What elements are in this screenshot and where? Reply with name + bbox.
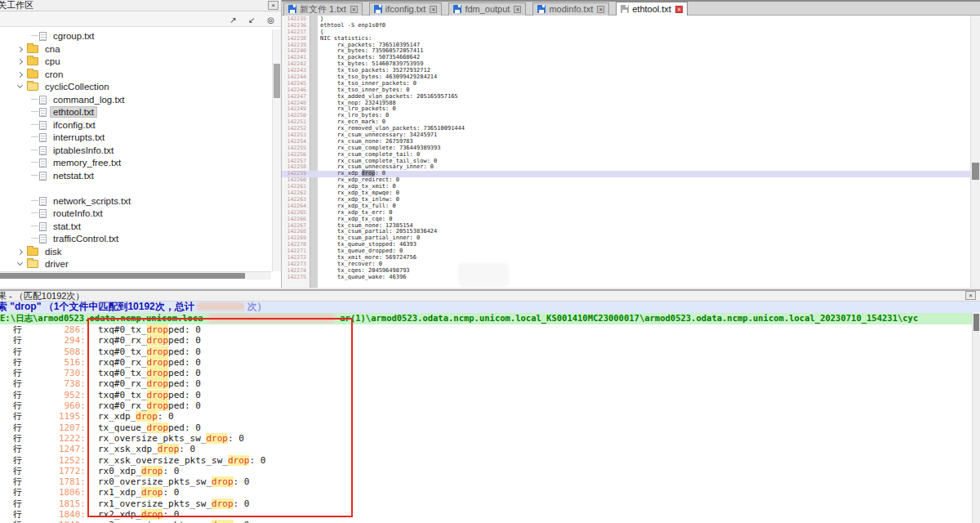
line-text: rx_csum_complete_tail_slow: 0 [320, 158, 437, 164]
result-row[interactable]: 行1252:rx_xsk_oversize_pkts_sw_drop: 0 [0, 455, 972, 466]
tree-item-cpu[interactable]: cpu [0, 56, 271, 69]
tab-ifconfig-txt[interactable]: ifconfig.txt× [369, 2, 443, 16]
save-floppy-icon [374, 5, 382, 13]
tree-item-netstat-txt[interactable]: netstat.txt [0, 170, 271, 183]
editor-line: 142272 tx_xmit_more: 569724756 [282, 255, 970, 262]
tree-item-ethtool-txt[interactable]: ethtool.txt [0, 106, 271, 119]
tab-modinfo-txt[interactable]: modinfo.txt× [532, 2, 609, 16]
match-highlight: drop [141, 509, 163, 520]
workspace-close-icon[interactable]: × [268, 1, 278, 10]
result-row-text: tx_queue_dropped: 0 [98, 422, 201, 433]
tab-close-icon[interactable]: × [675, 6, 683, 13]
tab-close-icon[interactable]: × [350, 6, 358, 13]
result-row[interactable]: 行508:txq#0_tx_dropped: 0 [0, 346, 972, 357]
collapse-all-icon[interactable]: ↙ [245, 14, 259, 26]
result-row-line-label: 行 [13, 368, 22, 378]
tree-item-interrupts-txt[interactable]: interrupts.txt [0, 132, 271, 145]
redaction-blur [458, 263, 509, 287]
tree-item-ifconfig-txt[interactable]: ifconfig.txt [0, 119, 271, 132]
results-vertical-scrollbar[interactable] [972, 312, 980, 523]
result-row-line-label: 行 [13, 390, 22, 400]
file-icon [39, 172, 47, 181]
chevron-right-icon[interactable] [17, 71, 23, 77]
tree-item-cyclicCollection[interactable]: cyclicCollection [0, 81, 271, 94]
result-row[interactable]: 行960:rxq#0_rx_dropped: 0 [0, 400, 972, 411]
tree-connector-line [31, 212, 38, 213]
result-row[interactable]: 行1840:rx2_xdp_drop: 0 [0, 509, 972, 520]
line-text: rx_xdp_redirect: 0 [320, 177, 399, 183]
result-row[interactable]: 行738:rxq#0_rx_dropped: 0 [0, 378, 972, 389]
result-row[interactable]: 行1222:rx_oversize_pkts_sw_drop: 0 [0, 433, 972, 444]
tree-item-routeInfo-txt[interactable]: routeInfo.txt [0, 208, 271, 221]
folder-icon [27, 57, 38, 65]
results-close-icon[interactable]: × [965, 291, 976, 300]
tab--1-txt[interactable]: 新文件 1.txt× [283, 2, 363, 16]
tab-close-icon[interactable]: × [430, 6, 437, 13]
result-row-text: rx2_oversize_pkts_sw_drop: 0 [98, 520, 249, 523]
result-row[interactable]: 行286:txq#0_tx_dropped: 0 [0, 324, 972, 335]
result-row[interactable]: 行516:rxq#0_rx_dropped: 0 [0, 357, 972, 368]
chevron-down-icon[interactable] [17, 83, 23, 88]
search-summary-suffix: 次） [247, 302, 266, 312]
result-row[interactable]: 行1772:rx0_xdp_drop: 0 [0, 466, 972, 476]
tree-connector-line [31, 162, 38, 163]
tab-ethtool-txt[interactable]: ethtool.txt× [616, 2, 688, 16]
result-row-line-label: 行 [13, 487, 22, 498]
editor-text[interactable]: 142235}142236ethtool -S enp1s0f0142237{1… [282, 16, 970, 281]
result-row[interactable]: 行1806:rx1_xdp_drop: 0 [0, 487, 972, 498]
result-row[interactable]: 行1849:rx2_oversize_pkts_sw_drop: 0 [0, 520, 972, 523]
result-row-line-label: 行 [13, 433, 22, 444]
chevron-right-icon[interactable] [17, 59, 23, 65]
tree-item-trafficControl-txt[interactable]: trafficControl.txt [0, 233, 271, 246]
result-row[interactable]: 行1247:rx_xsk_xdp_drop: 0 [0, 444, 972, 454]
line-text: rx_ecn_mark: 0 [320, 118, 385, 125]
results-vertical-scrollbar-thumb[interactable] [973, 314, 979, 331]
chevron-right-icon[interactable] [17, 248, 23, 254]
result-row[interactable]: 行952:txq#0_tx_dropped: 0 [0, 390, 972, 400]
tab-fdm_output[interactable]: fdm_output× [448, 2, 526, 16]
tree-horizontal-scrollbar-thumb[interactable] [0, 273, 245, 279]
line-text: rx_bytes: 735960572057411 [320, 47, 423, 54]
expand-all-icon[interactable]: ↗ [226, 14, 240, 26]
result-row[interactable]: 行1207:tx_queue_dropped: 0 [0, 422, 972, 433]
tree-item-command_log-txt[interactable]: command_log.txt [0, 94, 271, 107]
result-row[interactable]: 行294:rxq#0_rx_dropped: 0 [0, 335, 972, 346]
editor-body[interactable]: 142235}142236ethtool -S enp1s0f0142237{1… [282, 16, 980, 288]
tree-item-label: netstat.txt [51, 171, 96, 181]
chevron-down-icon[interactable] [17, 260, 23, 266]
workspace-title: 关工作区 [0, 0, 33, 10]
line-text: tx_csum_partial_inner: 0 [320, 235, 420, 241]
editor-vertical-scrollbar-thumb[interactable] [972, 163, 979, 180]
tab-close-icon[interactable]: × [597, 6, 604, 13]
result-row-line-number: 294: [22, 335, 86, 346]
chevron-right-icon[interactable] [17, 46, 23, 51]
result-row[interactable]: 行1815:rx1_oversize_pkts_sw_drop: 0 [0, 498, 972, 509]
editor-tabbar: 新文件 1.txt×ifconfig.txt×fdm_output×modinf… [282, 0, 980, 16]
tree-item-cna[interactable]: cna [0, 43, 271, 56]
tree-item-cgroup-txt[interactable]: cgroup.txt [0, 30, 271, 43]
tree-item-stat-txt[interactable]: stat.txt [0, 221, 271, 234]
tree-horizontal-scrollbar[interactable] [0, 271, 271, 279]
tree-item-memory_free-txt[interactable]: memory_free.txt [0, 157, 271, 170]
tree-item-iptablesInfo-txt[interactable]: iptablesInfo.txt [0, 145, 271, 158]
result-row-line-label: 行 [13, 476, 22, 487]
editor-vertical-scrollbar[interactable] [970, 16, 980, 288]
result-row-line-label: 行 [13, 378, 22, 389]
result-row[interactable]: 行1781:rx0_oversize_pkts_sw_drop: 0 [0, 476, 972, 487]
result-row[interactable]: 行1195:rx_xdp_drop: 0 [0, 411, 972, 422]
tree-item-driver[interactable]: driver [0, 258, 271, 271]
tree-vertical-scrollbar[interactable] [272, 29, 281, 271]
tab-close-icon[interactable]: × [514, 6, 521, 13]
result-row[interactable]: 行730:txq#0_tx_dropped: 0 [0, 368, 972, 378]
locate-file-icon[interactable]: ◎ [264, 14, 278, 26]
folder-icon [27, 45, 38, 53]
result-row-line-label: 行 [13, 509, 22, 520]
line-text: rx_xdp_tx_xmit: 0 [320, 183, 396, 190]
result-row-text: rx2_xdp_drop: 0 [98, 509, 179, 520]
tree-item-network_scripts-txt[interactable]: network_scripts.txt [0, 195, 271, 208]
tree-item-cron[interactable]: cron [0, 69, 271, 82]
result-row-line-number: 1772: [22, 466, 86, 476]
tree-item-disk[interactable]: disk [0, 246, 271, 259]
search-file-path-line[interactable]: E:\日志\armod0523.odata.ncmp.unicom.loca a… [0, 313, 980, 324]
tree-vertical-scrollbar-thumb[interactable] [274, 64, 280, 98]
